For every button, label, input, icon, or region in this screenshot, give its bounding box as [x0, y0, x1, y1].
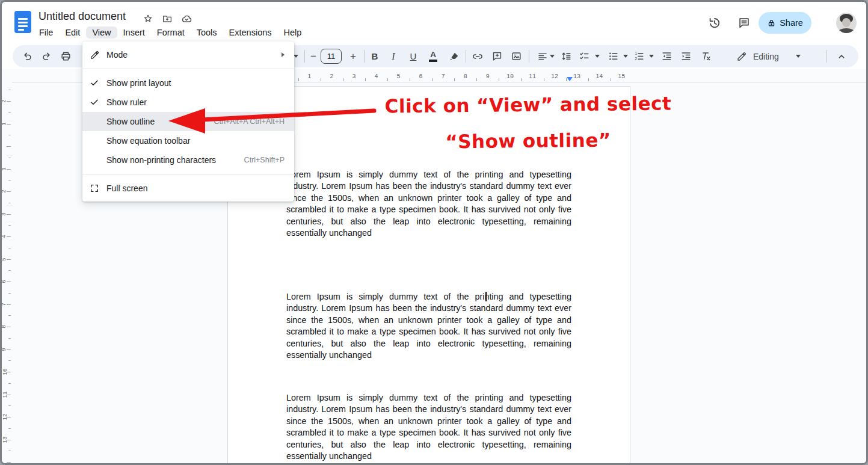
menu-item-show-equation-toolbar[interactable]: Show equation toolbar	[82, 131, 294, 150]
editing-mode-dropdown[interactable]: Editing	[736, 45, 831, 67]
decrease-indent-button[interactable]	[658, 45, 675, 67]
redo-button[interactable]	[38, 45, 55, 67]
cloud-saved-icon[interactable]	[179, 11, 194, 26]
fullscreen-icon	[82, 183, 106, 193]
menu-format[interactable]: Format	[151, 26, 191, 38]
ruler-tick	[8, 315, 11, 316]
menu-item-full-screen[interactable]: Full screen	[82, 179, 294, 198]
document-title[interactable]: Untitled document	[38, 10, 126, 23]
ruler-tick	[8, 112, 11, 113]
shortcut-label: Ctrl+Shift+P	[244, 156, 285, 164]
undo-button[interactable]	[19, 45, 35, 67]
add-comment-button[interactable]	[488, 45, 505, 67]
print-button[interactable]	[57, 45, 74, 67]
account-avatar[interactable]	[836, 13, 857, 33]
move-to-folder-icon[interactable]	[160, 11, 174, 26]
numbered-list-button[interactable]: 12	[630, 45, 647, 67]
ruler-number: 9	[486, 73, 490, 80]
ruler-tick	[7, 462, 11, 463]
hide-menus-button[interactable]	[833, 45, 850, 67]
bold-button[interactable]: B	[366, 45, 383, 67]
submenu-arrow-icon	[282, 52, 285, 57]
font-size-input[interactable]: 11	[321, 49, 342, 64]
increase-font-size-button[interactable]: +	[345, 45, 362, 67]
ruler-tick	[8, 180, 11, 180]
paragraph[interactable]: Lorem Ipsum is simply dummy text of the …	[286, 169, 571, 239]
paragraph[interactable]: Lorem Ipsum is simply dummy text of the …	[286, 392, 571, 462]
menu-bar: File Edit View Insert Format Tools Exten…	[33, 25, 307, 40]
check-icon	[82, 97, 106, 107]
ruler-tick	[8, 360, 11, 361]
menu-tools[interactable]: Tools	[191, 26, 223, 38]
paragraph[interactable]: Lorem Ipsum is simply dummy text of the …	[286, 291, 571, 361]
underline-button[interactable]: U	[405, 45, 422, 67]
bulleted-list-button[interactable]	[605, 45, 621, 67]
ruler-tick	[8, 383, 11, 384]
ruler-tick	[8, 135, 11, 135]
menu-file[interactable]: File	[33, 26, 59, 38]
ruler-tick	[7, 327, 11, 327]
text-line: since the 1500s, when an unknown printer…	[286, 192, 571, 204]
ruler-tick	[8, 248, 11, 248]
menu-extensions[interactable]: Extensions	[223, 26, 278, 38]
menu-item-show-print-layout[interactable]: Show print layout	[82, 73, 294, 93]
numbered-list-dropdown-arrow-icon[interactable]	[648, 45, 655, 67]
docs-logo-icon[interactable]	[14, 11, 31, 33]
decrease-font-size-button[interactable]: −	[305, 45, 322, 67]
star-icon[interactable]	[141, 11, 155, 26]
ruler-tick	[7, 372, 11, 372]
indent-marker[interactable]	[567, 77, 573, 81]
clear-formatting-button[interactable]	[697, 45, 714, 67]
menu-item-show-outline[interactable]: Show outline Ctrl+Alt+A Ctrl+Alt+H	[82, 112, 294, 131]
ruler-number: 12	[551, 73, 558, 80]
ruler-tick	[8, 338, 11, 339]
menu-insert[interactable]: Insert	[117, 26, 151, 38]
ruler-tick	[7, 259, 11, 260]
ruler-tick	[8, 428, 11, 429]
menu-separator	[82, 69, 294, 69]
pencil-icon	[736, 51, 747, 62]
text-color-button[interactable]: A	[425, 45, 442, 67]
menu-item-show-non-printing-characters[interactable]: Show non-printing characters Ctrl+Shift+…	[82, 150, 294, 170]
menu-help[interactable]: Help	[278, 26, 308, 38]
highlight-color-button[interactable]	[446, 45, 463, 67]
menu-item-mode[interactable]: Mode	[82, 45, 294, 64]
ruler-number: 3	[352, 73, 356, 80]
vertical-ruler[interactable]: 2112345678910111213	[2, 82, 12, 463]
insert-link-button[interactable]	[469, 45, 486, 67]
ruler-tick	[7, 440, 11, 440]
text-line: scrambled it to make a type specimen boo…	[286, 204, 571, 215]
menu-separator	[82, 174, 294, 174]
menu-view[interactable]: View	[86, 26, 117, 38]
checklist-button[interactable]	[576, 45, 593, 67]
ruler-tick	[7, 417, 11, 417]
version-history-icon[interactable]	[706, 14, 723, 31]
share-button[interactable]: Share	[759, 12, 811, 34]
insert-image-button[interactable]	[508, 45, 525, 67]
ruler-tick	[7, 214, 11, 215]
line-spacing-button[interactable]	[558, 45, 574, 67]
ruler-tick	[8, 451, 11, 451]
align-dropdown-arrow-icon[interactable]	[549, 45, 556, 67]
top-bar: Untitled document File Edit View Insert …	[2, 2, 866, 43]
toolbar-divider	[466, 50, 466, 63]
ruler-tick	[521, 78, 522, 81]
ruler-tick	[476, 78, 477, 81]
menu-item-show-ruler[interactable]: Show ruler	[82, 93, 294, 112]
text-line: centuries, but also the leap into electr…	[286, 338, 571, 350]
toolbar-divider	[826, 50, 827, 63]
comments-icon[interactable]	[736, 14, 753, 31]
bulleted-list-dropdown-arrow-icon[interactable]	[622, 45, 629, 67]
increase-indent-button[interactable]	[677, 45, 694, 67]
checklist-dropdown-arrow-icon[interactable]	[594, 45, 601, 67]
text-line: centuries, but also the leap into electr…	[286, 439, 571, 451]
italic-button[interactable]: I	[385, 45, 402, 67]
text-line: scrambled it to make a type specimen boo…	[286, 326, 571, 337]
ruler-number: 14	[596, 73, 603, 80]
ruler-number: 11	[529, 73, 536, 80]
ruler-tick	[8, 203, 11, 203]
app-window: Untitled document File Edit View Insert …	[0, 0, 868, 465]
ruler-number: 10	[506, 73, 514, 80]
menu-edit[interactable]: Edit	[59, 26, 86, 38]
lock-icon	[767, 19, 776, 28]
